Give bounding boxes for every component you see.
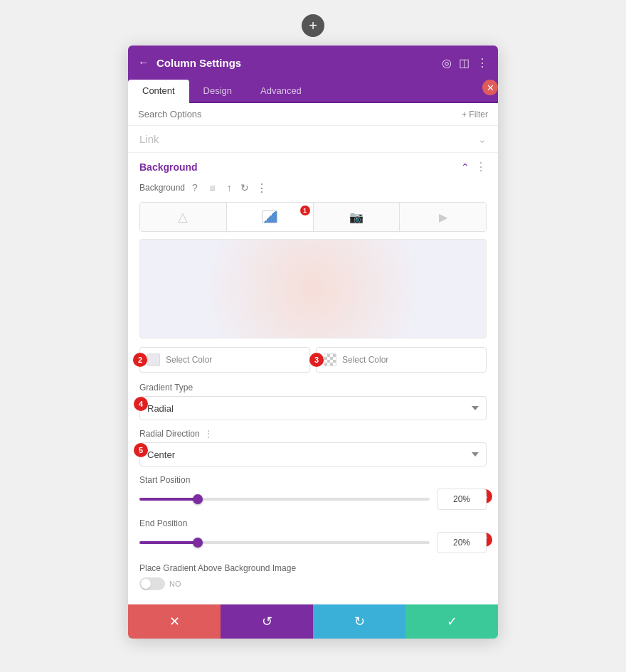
collapse-icon[interactable]: ⌃ <box>461 161 469 173</box>
add-button[interactable]: + <box>302 14 324 37</box>
end-position-value: 20% <box>437 532 487 553</box>
none-icon: △ <box>178 209 188 225</box>
start-position-group: 6 Start Position 20% <box>139 475 487 510</box>
gradient-type-group: 4 Gradient Type Radial Linear <box>139 383 487 420</box>
color-selector-2[interactable]: 3 Select Color <box>316 347 487 373</box>
end-position-group: 7 End Position 20% <box>139 518 487 553</box>
color-swatch-1 <box>147 353 160 366</box>
section-more-icon[interactable]: ⋮ <box>475 160 487 174</box>
redo-icon: ↻ <box>354 614 365 629</box>
header-left: ← Column Settings <box>138 56 241 69</box>
search-input[interactable] <box>138 109 462 119</box>
video-icon: ▶ <box>439 210 447 224</box>
toggle-knob <box>141 579 151 589</box>
end-position-thumb[interactable] <box>193 538 203 548</box>
column-settings-panel: ← Column Settings ◎ ◫ ⋮ Content Design A… <box>128 46 498 639</box>
type-tab-image[interactable]: 📷 <box>314 203 400 231</box>
color-label-1: Select Color <box>166 355 212 365</box>
columns-icon[interactable]: ◫ <box>459 56 469 70</box>
end-position-track[interactable] <box>139 541 430 544</box>
radial-direction-group: 5 Radial Direction ⋮ Center Top Left Top… <box>139 429 487 466</box>
redo-button[interactable]: ↻ <box>313 604 405 639</box>
filter-button[interactable]: + Filter <box>462 110 488 119</box>
radial-direction-select[interactable]: Center Top Left Top Right Bottom Left Bo… <box>139 442 487 466</box>
bg-help-icon[interactable]: ? <box>191 181 199 195</box>
bg-reset-icon[interactable]: ↻ <box>239 181 250 195</box>
tab-advanced[interactable]: Advanced <box>246 80 316 103</box>
save-icon: ✓ <box>447 614 457 629</box>
section-header-right: ⌃ ⋮ <box>461 160 487 174</box>
bg-more-icon[interactable]: ⋮ <box>256 181 267 195</box>
header-icons: ◎ ◫ ⋮ <box>442 56 488 70</box>
toggle-label: NO <box>169 580 181 588</box>
badge-4: 4 <box>134 397 148 411</box>
start-position-thumb[interactable] <box>193 494 203 504</box>
bg-pointer-icon[interactable]: ↑ <box>226 181 233 195</box>
tab-design[interactable]: Design <box>189 80 246 103</box>
toggle-track[interactable] <box>139 577 165 590</box>
place-gradient-group: Place Gradient Above Background Image NO <box>139 563 487 590</box>
type-tabs: △ 1 📷 ▶ <box>139 202 487 232</box>
gradient-type-label: Gradient Type <box>139 383 487 393</box>
image-icon: 📷 <box>349 210 364 224</box>
type-tab-none[interactable]: △ <box>140 203 227 231</box>
search-bar: + Filter <box>128 103 498 126</box>
badge-2: 2 <box>133 353 147 367</box>
gradient-preview <box>139 239 487 338</box>
cancel-icon: ✕ <box>169 614 180 629</box>
end-position-label: End Position <box>139 518 487 528</box>
plus-icon: + <box>309 18 317 34</box>
end-position-slider-row: 20% <box>139 532 487 553</box>
background-title: Background <box>139 161 198 173</box>
panel-footer: ✕ ↺ ↻ ✓ <box>128 604 498 639</box>
color-swatch-2 <box>324 353 336 366</box>
panel-content: Link ⌄ Background ⌃ ⋮ Background ? ◽ <box>128 126 498 604</box>
reset-icon: ↺ <box>262 614 272 629</box>
toggle-wrapper: NO <box>139 577 487 590</box>
close-button[interactable]: ✕ <box>482 80 498 95</box>
bg-label: Background <box>139 183 185 193</box>
start-position-label: Start Position <box>139 475 487 485</box>
gradient-type-select[interactable]: Radial Linear <box>139 396 487 420</box>
type-tab-gradient[interactable]: 1 <box>227 203 314 231</box>
tab-content[interactable]: Content <box>128 80 189 103</box>
badge-1: 1 <box>300 206 310 215</box>
tab-bar: Content Design Advanced ✕ <box>128 80 498 103</box>
start-position-value: 20% <box>437 489 487 510</box>
panel-title: Column Settings <box>156 57 241 69</box>
more-icon[interactable]: ⋮ <box>477 56 488 70</box>
reset-button[interactable]: ↺ <box>221 604 313 639</box>
badge-3: 3 <box>309 353 324 367</box>
panel-header: ← Column Settings ◎ ◫ ⋮ <box>128 46 498 80</box>
color-label-2: Select Color <box>342 355 388 365</box>
radial-more-icon[interactable]: ⋮ <box>204 429 213 439</box>
badge-5: 5 <box>134 443 148 457</box>
place-gradient-label: Place Gradient Above Background Image <box>139 563 487 573</box>
link-section[interactable]: Link ⌄ <box>128 126 498 153</box>
chevron-down-icon: ⌄ <box>478 134 487 145</box>
back-icon[interactable]: ← <box>138 56 149 69</box>
save-button[interactable]: ✓ <box>405 604 498 639</box>
bg-copy-icon[interactable]: ◽ <box>205 181 220 195</box>
radial-direction-label: Radial Direction ⋮ <box>139 429 487 439</box>
start-position-slider-row: 20% <box>139 489 487 510</box>
start-position-fill <box>139 498 198 501</box>
target-icon[interactable]: ◎ <box>442 56 452 70</box>
color-selectors: 2 Select Color 3 Select Color <box>139 347 487 373</box>
background-section-header: Background ⌃ ⋮ <box>139 160 487 174</box>
type-tab-video[interactable]: ▶ <box>400 203 486 231</box>
start-position-track[interactable] <box>139 498 430 501</box>
cancel-button[interactable]: ✕ <box>128 604 221 639</box>
end-position-fill <box>139 541 198 544</box>
link-label: Link <box>139 133 159 145</box>
bg-controls: Background ? ◽ ↑ ↻ ⋮ <box>139 181 487 195</box>
gradient-icon <box>262 210 277 223</box>
color-selector-1[interactable]: 2 Select Color <box>139 347 310 373</box>
background-section: Background ⌃ ⋮ Background ? ◽ ↑ ↻ ⋮ <box>128 153 498 604</box>
